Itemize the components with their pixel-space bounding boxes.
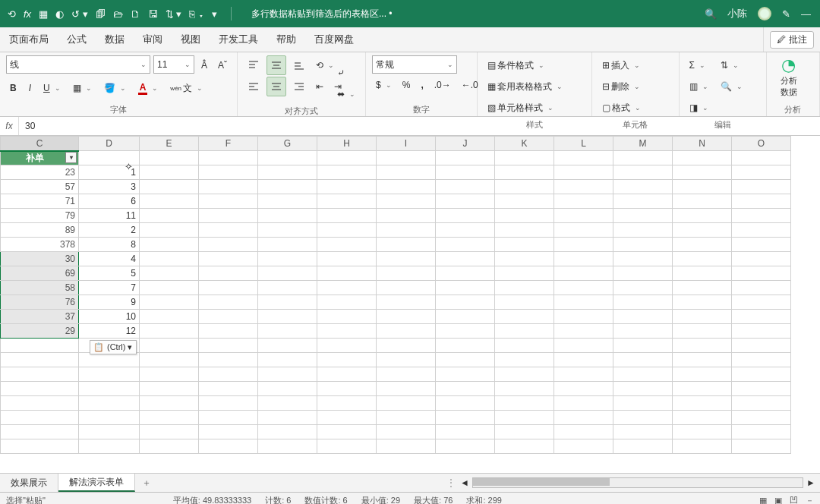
- sheet-tab-solution[interactable]: 解法演示表单: [58, 474, 135, 492]
- cell[interactable]: [613, 324, 673, 339]
- cell[interactable]: [554, 339, 613, 353]
- cell[interactable]: [79, 353, 140, 367]
- cell[interactable]: [495, 180, 554, 194]
- cell[interactable]: [554, 367, 613, 382]
- autosum-button[interactable]: Σ⌄: [686, 55, 712, 75]
- cell-style-button[interactable]: ▧ 单元格样式⌄: [484, 98, 557, 118]
- cell[interactable]: 57: [1, 180, 79, 194]
- fx-icon[interactable]: fx: [24, 8, 31, 20]
- cell[interactable]: [732, 252, 791, 266]
- cell[interactable]: [495, 324, 554, 339]
- cell[interactable]: [140, 339, 199, 353]
- cell[interactable]: [436, 411, 495, 425]
- cell[interactable]: [258, 252, 317, 266]
- col-header-F[interactable]: F: [199, 137, 258, 151]
- cell[interactable]: [495, 223, 554, 238]
- cell[interactable]: [436, 324, 495, 339]
- cell[interactable]: [436, 295, 495, 310]
- cell[interactable]: [436, 165, 495, 180]
- increase-decimal-icon[interactable]: .0→: [430, 75, 455, 95]
- cell[interactable]: [732, 396, 791, 411]
- cell[interactable]: [495, 266, 554, 281]
- cell[interactable]: [436, 425, 495, 439]
- cell[interactable]: [258, 367, 317, 382]
- insert-button[interactable]: ⊞ 插入⌄: [598, 55, 644, 75]
- undo-icon[interactable]: ↺ ▾: [71, 8, 88, 20]
- cell[interactable]: [732, 425, 791, 439]
- cell[interactable]: [258, 180, 317, 194]
- cell[interactable]: [554, 411, 613, 425]
- tab-developer[interactable]: 开发工具: [210, 27, 267, 52]
- cell[interactable]: [613, 238, 673, 252]
- cell[interactable]: [613, 165, 673, 180]
- cell[interactable]: [317, 324, 377, 339]
- cell[interactable]: [613, 295, 673, 310]
- cell[interactable]: [613, 396, 673, 411]
- cell[interactable]: [1, 382, 79, 396]
- cell[interactable]: [613, 353, 673, 367]
- cell[interactable]: [1, 411, 79, 425]
- cell[interactable]: [436, 194, 495, 209]
- formula-value[interactable]: 30: [19, 117, 820, 135]
- cell[interactable]: [258, 425, 317, 439]
- cell[interactable]: [732, 238, 791, 252]
- cell[interactable]: [495, 209, 554, 223]
- align-center-icon[interactable]: [266, 77, 286, 96]
- cell[interactable]: [140, 425, 199, 439]
- cell[interactable]: [317, 396, 377, 411]
- cell[interactable]: [732, 209, 791, 223]
- cell[interactable]: 29: [1, 324, 79, 339]
- cell[interactable]: [673, 209, 732, 223]
- cell[interactable]: [258, 382, 317, 396]
- col-header-H[interactable]: H: [317, 137, 377, 151]
- brush-icon[interactable]: ✎: [782, 8, 790, 20]
- cell[interactable]: [554, 324, 613, 339]
- col-header-E[interactable]: E: [140, 137, 199, 151]
- col-header-I[interactable]: I: [377, 137, 436, 151]
- cell[interactable]: 79: [1, 209, 79, 223]
- number-format-select[interactable]: 常规⌄: [372, 55, 457, 74]
- cell[interactable]: [140, 252, 199, 266]
- cell[interactable]: [673, 382, 732, 396]
- cell[interactable]: [436, 396, 495, 411]
- cell[interactable]: [613, 281, 673, 295]
- link-icon[interactable]: ⎘ ▾: [189, 8, 204, 20]
- cell[interactable]: [317, 180, 377, 194]
- col-header-C[interactable]: C: [1, 137, 79, 151]
- cell[interactable]: [613, 252, 673, 266]
- cell[interactable]: [613, 382, 673, 396]
- cell[interactable]: [613, 339, 673, 353]
- cell[interactable]: [673, 439, 732, 454]
- cell[interactable]: [554, 281, 613, 295]
- cell[interactable]: [140, 382, 199, 396]
- col-header-D[interactable]: D: [79, 137, 140, 151]
- cell[interactable]: [1, 339, 79, 353]
- cell[interactable]: 10: [79, 310, 140, 324]
- font-color-button[interactable]: A⌄: [134, 78, 162, 98]
- cell[interactable]: [199, 281, 258, 295]
- cell[interactable]: [673, 411, 732, 425]
- cell[interactable]: [1, 367, 79, 382]
- format-button[interactable]: ▢ 格式⌄: [598, 98, 645, 118]
- cell[interactable]: [258, 266, 317, 281]
- cell[interactable]: 30: [1, 252, 79, 266]
- cell[interactable]: [377, 439, 436, 454]
- decrease-font-icon[interactable]: Aˇ: [214, 55, 231, 75]
- cell[interactable]: [673, 252, 732, 266]
- cell[interactable]: [377, 223, 436, 238]
- cell[interactable]: [495, 281, 554, 295]
- cell[interactable]: [199, 266, 258, 281]
- cell[interactable]: [495, 367, 554, 382]
- scroll-left-icon[interactable]: ◄: [460, 477, 469, 488]
- cell[interactable]: [613, 439, 673, 454]
- cell[interactable]: [140, 194, 199, 209]
- cell[interactable]: [140, 353, 199, 367]
- cell[interactable]: [673, 367, 732, 382]
- cell[interactable]: [199, 295, 258, 310]
- cell[interactable]: [199, 180, 258, 194]
- cell[interactable]: [554, 382, 613, 396]
- cell[interactable]: 11: [79, 209, 140, 223]
- cell[interactable]: [140, 165, 199, 180]
- cell[interactable]: [436, 238, 495, 252]
- align-middle-icon[interactable]: [266, 55, 286, 75]
